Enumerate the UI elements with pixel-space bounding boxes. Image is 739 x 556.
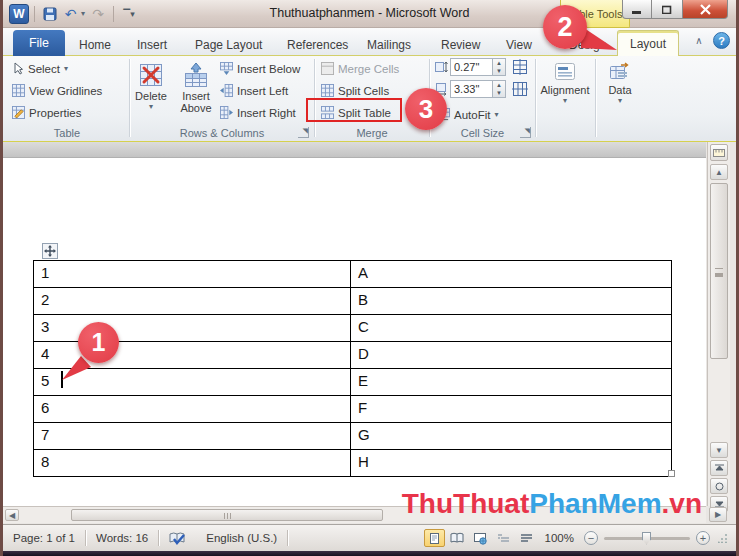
table-cell[interactable]: 6: [34, 396, 351, 422]
tab-mailings[interactable]: Mailings: [367, 34, 411, 56]
cell-size-dialog-launcher[interactable]: ◥: [520, 127, 531, 138]
view-ruler-button[interactable]: [710, 144, 728, 161]
scroll-up-icon[interactable]: ▲: [710, 164, 728, 180]
horizontal-scroll-thumb[interactable]: [71, 509, 383, 521]
previous-page-button[interactable]: [710, 460, 728, 476]
quick-access-toolbar: W ↶ ▾ ↷ ▔▾: [9, 3, 139, 25]
column-width-input[interactable]: [450, 80, 493, 98]
table-row[interactable]: 3 C: [34, 315, 671, 342]
help-icon[interactable]: ?: [713, 32, 730, 49]
page-indicator[interactable]: Page: 1 of 1: [3, 529, 85, 547]
split-table-icon: [321, 106, 334, 119]
table-row[interactable]: 1 A: [34, 261, 671, 288]
table-cell[interactable]: A: [351, 261, 671, 287]
table-resize-handle[interactable]: [668, 470, 675, 477]
tab-review[interactable]: Review: [441, 34, 480, 56]
customize-qat-icon[interactable]: ▔▾: [119, 4, 139, 24]
split-table-button[interactable]: Split Table: [318, 102, 394, 123]
tab-home[interactable]: Home: [79, 34, 111, 56]
divider: [287, 530, 288, 546]
data-button[interactable]: Data ▾: [599, 58, 641, 124]
properties-button[interactable]: Properties: [9, 102, 84, 123]
print-layout-view-button[interactable]: [424, 529, 445, 547]
word-count[interactable]: Words: 16: [86, 529, 158, 547]
vertical-scrollbar[interactable]: ▲ ▼: [707, 142, 730, 506]
undo-icon[interactable]: ↶: [63, 4, 78, 24]
watermark-part2: PhanMem: [529, 488, 661, 519]
zoom-out-icon[interactable]: −: [584, 531, 598, 545]
zoom-in-icon[interactable]: +: [696, 531, 710, 545]
table-row[interactable]: 8 H: [34, 450, 671, 477]
table-cell[interactable]: 8: [34, 450, 351, 476]
column-width-spinner[interactable]: ▲▼: [493, 80, 506, 98]
vertical-scroll-thumb[interactable]: [710, 183, 728, 359]
table-cell[interactable]: E: [351, 369, 671, 395]
table-cell[interactable]: 7: [34, 423, 351, 449]
table-row[interactable]: 4 D: [34, 342, 671, 369]
resize-grip-icon[interactable]: [718, 533, 728, 543]
table-cell[interactable]: F: [351, 396, 671, 422]
collapse-ribbon-icon[interactable]: ∧: [691, 35, 707, 46]
table-row[interactable]: 6 F: [34, 396, 671, 423]
table-cell[interactable]: C: [351, 315, 671, 341]
word-table[interactable]: 1 A 2 B 3 C 4 D 5 E 6 F: [33, 260, 672, 477]
save-icon[interactable]: [40, 4, 60, 24]
zoom-level[interactable]: 100%: [545, 532, 574, 544]
tab-file[interactable]: File: [13, 30, 65, 56]
scroll-right-icon[interactable]: ▶: [709, 507, 727, 522]
close-button[interactable]: [683, 0, 728, 19]
table-cell[interactable]: D: [351, 342, 671, 368]
zoom-slider-track[interactable]: [604, 537, 690, 540]
select-browse-object-button[interactable]: [710, 478, 728, 494]
status-bar: Page: 1 of 1 Words: 16 English (U.S.): [3, 524, 736, 551]
watermark: ThuThuatPhanMem.vn: [402, 488, 702, 520]
word-logo-icon[interactable]: W: [9, 4, 29, 24]
row-height-spinner[interactable]: ▲▼: [493, 58, 506, 76]
table-row[interactable]: 5 E: [34, 369, 671, 396]
insert-below-button[interactable]: Insert Below: [217, 58, 303, 79]
distribute-columns-button[interactable]: [512, 81, 528, 101]
table-cell[interactable]: H: [351, 450, 671, 476]
outline-view-button[interactable]: [493, 529, 514, 547]
data-icon: [608, 62, 632, 82]
minimize-button[interactable]: [622, 0, 652, 19]
delete-button[interactable]: Delete ▾: [133, 58, 169, 124]
print-layout-icon: [428, 532, 441, 545]
restore-button[interactable]: [652, 0, 683, 19]
step-3-badge: 3: [405, 88, 447, 130]
view-gridlines-button[interactable]: View Gridlines: [9, 80, 105, 101]
select-button[interactable]: Select▾: [9, 58, 71, 79]
insert-right-button[interactable]: Insert Right: [217, 102, 299, 123]
full-screen-reading-view-button[interactable]: [447, 529, 468, 547]
table-move-handle[interactable]: [42, 243, 58, 259]
tab-insert[interactable]: Insert: [137, 34, 167, 56]
zoom-slider-thumb[interactable]: [642, 532, 651, 545]
full-screen-reading-icon: [450, 532, 464, 544]
row-height-input[interactable]: [450, 58, 493, 76]
table-cell[interactable]: 1: [34, 261, 351, 287]
language-indicator[interactable]: English (U.S.): [196, 529, 287, 547]
tab-page-layout[interactable]: Page Layout: [195, 34, 262, 56]
web-layout-view-button[interactable]: [470, 529, 491, 547]
alignment-button[interactable]: Alignment ▾: [539, 58, 591, 124]
table-row[interactable]: 2 B: [34, 288, 671, 315]
tab-view[interactable]: View: [506, 34, 532, 56]
table-cell[interactable]: G: [351, 423, 671, 449]
outline-icon: [497, 533, 510, 544]
scroll-left-icon[interactable]: ◀: [5, 509, 19, 521]
proofing-status[interactable]: [159, 529, 196, 547]
distribute-rows-button[interactable]: [512, 59, 528, 79]
group-separator: [535, 59, 536, 137]
scroll-down-icon[interactable]: ▼: [710, 442, 728, 458]
insert-left-button[interactable]: Insert Left: [217, 80, 291, 101]
table-row[interactable]: 7 G: [34, 423, 671, 450]
insert-above-button[interactable]: Insert Above: [177, 58, 215, 124]
table-cell[interactable]: B: [351, 288, 671, 314]
tab-layout[interactable]: Layout: [617, 30, 679, 56]
draft-view-button[interactable]: [516, 529, 537, 547]
watermark-part3: .vn: [662, 488, 702, 519]
table-cell[interactable]: 2: [34, 288, 351, 314]
tab-references[interactable]: References: [287, 34, 348, 56]
undo-dropdown-icon[interactable]: ▾: [81, 11, 85, 17]
rows-columns-dialog-launcher[interactable]: ◥: [298, 127, 309, 138]
